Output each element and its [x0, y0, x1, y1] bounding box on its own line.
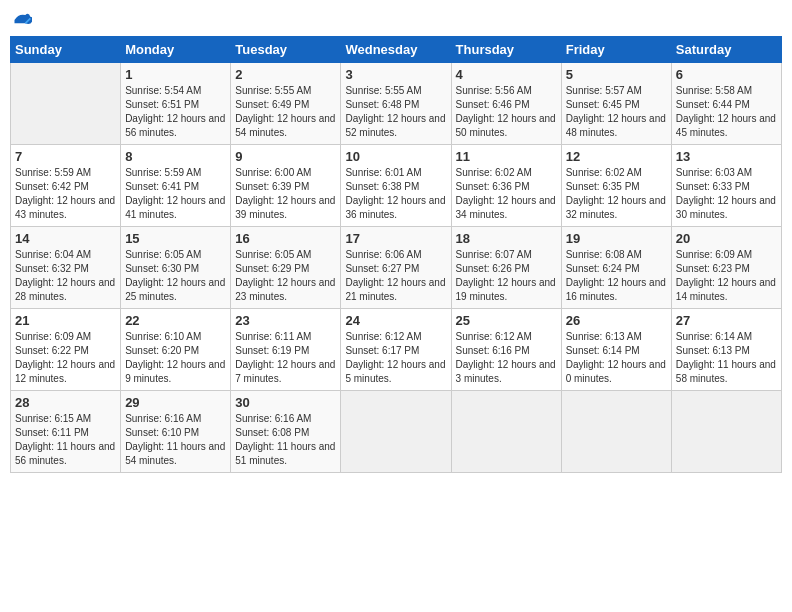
calendar-cell: 13 Sunrise: 6:03 AMSunset: 6:33 PMDaylig… — [671, 145, 781, 227]
day-info: Sunrise: 6:11 AMSunset: 6:19 PMDaylight:… — [235, 330, 336, 386]
calendar-cell: 16 Sunrise: 6:05 AMSunset: 6:29 PMDaylig… — [231, 227, 341, 309]
day-number: 20 — [676, 231, 777, 246]
calendar-cell: 12 Sunrise: 6:02 AMSunset: 6:35 PMDaylig… — [561, 145, 671, 227]
day-number: 24 — [345, 313, 446, 328]
calendar-week-row: 7 Sunrise: 5:59 AMSunset: 6:42 PMDayligh… — [11, 145, 782, 227]
day-number: 13 — [676, 149, 777, 164]
day-info: Sunrise: 6:10 AMSunset: 6:20 PMDaylight:… — [125, 330, 226, 386]
calendar-cell: 18 Sunrise: 6:07 AMSunset: 6:26 PMDaylig… — [451, 227, 561, 309]
calendar-header-wednesday: Wednesday — [341, 37, 451, 63]
day-number: 27 — [676, 313, 777, 328]
day-number: 6 — [676, 67, 777, 82]
day-info: Sunrise: 6:13 AMSunset: 6:14 PMDaylight:… — [566, 330, 667, 386]
day-number: 26 — [566, 313, 667, 328]
page-header — [10, 10, 782, 30]
day-info: Sunrise: 6:16 AMSunset: 6:10 PMDaylight:… — [125, 412, 226, 468]
calendar-cell: 28 Sunrise: 6:15 AMSunset: 6:11 PMDaylig… — [11, 391, 121, 473]
calendar-table: SundayMondayTuesdayWednesdayThursdayFrid… — [10, 36, 782, 473]
day-number: 4 — [456, 67, 557, 82]
day-number: 25 — [456, 313, 557, 328]
day-number: 9 — [235, 149, 336, 164]
day-number: 18 — [456, 231, 557, 246]
day-info: Sunrise: 6:05 AMSunset: 6:30 PMDaylight:… — [125, 248, 226, 304]
day-info: Sunrise: 6:09 AMSunset: 6:23 PMDaylight:… — [676, 248, 777, 304]
day-info: Sunrise: 6:08 AMSunset: 6:24 PMDaylight:… — [566, 248, 667, 304]
logo — [10, 10, 32, 30]
calendar-cell: 9 Sunrise: 6:00 AMSunset: 6:39 PMDayligh… — [231, 145, 341, 227]
calendar-cell: 5 Sunrise: 5:57 AMSunset: 6:45 PMDayligh… — [561, 63, 671, 145]
day-number: 30 — [235, 395, 336, 410]
calendar-cell: 4 Sunrise: 5:56 AMSunset: 6:46 PMDayligh… — [451, 63, 561, 145]
calendar-cell — [341, 391, 451, 473]
calendar-cell: 25 Sunrise: 6:12 AMSunset: 6:16 PMDaylig… — [451, 309, 561, 391]
calendar-cell — [671, 391, 781, 473]
day-number: 16 — [235, 231, 336, 246]
day-info: Sunrise: 5:57 AMSunset: 6:45 PMDaylight:… — [566, 84, 667, 140]
calendar-week-row: 14 Sunrise: 6:04 AMSunset: 6:32 PMDaylig… — [11, 227, 782, 309]
calendar-header-saturday: Saturday — [671, 37, 781, 63]
day-info: Sunrise: 6:01 AMSunset: 6:38 PMDaylight:… — [345, 166, 446, 222]
day-number: 28 — [15, 395, 116, 410]
day-info: Sunrise: 6:04 AMSunset: 6:32 PMDaylight:… — [15, 248, 116, 304]
calendar-cell: 6 Sunrise: 5:58 AMSunset: 6:44 PMDayligh… — [671, 63, 781, 145]
day-number: 1 — [125, 67, 226, 82]
calendar-header-sunday: Sunday — [11, 37, 121, 63]
calendar-header-row: SundayMondayTuesdayWednesdayThursdayFrid… — [11, 37, 782, 63]
day-info: Sunrise: 5:58 AMSunset: 6:44 PMDaylight:… — [676, 84, 777, 140]
day-number: 19 — [566, 231, 667, 246]
day-number: 22 — [125, 313, 226, 328]
day-info: Sunrise: 6:15 AMSunset: 6:11 PMDaylight:… — [15, 412, 116, 468]
day-number: 29 — [125, 395, 226, 410]
day-number: 17 — [345, 231, 446, 246]
calendar-header-tuesday: Tuesday — [231, 37, 341, 63]
calendar-cell — [11, 63, 121, 145]
day-number: 12 — [566, 149, 667, 164]
day-info: Sunrise: 6:12 AMSunset: 6:17 PMDaylight:… — [345, 330, 446, 386]
logo-icon — [12, 10, 32, 30]
calendar-cell: 11 Sunrise: 6:02 AMSunset: 6:36 PMDaylig… — [451, 145, 561, 227]
day-info: Sunrise: 5:56 AMSunset: 6:46 PMDaylight:… — [456, 84, 557, 140]
day-info: Sunrise: 6:00 AMSunset: 6:39 PMDaylight:… — [235, 166, 336, 222]
calendar-cell: 21 Sunrise: 6:09 AMSunset: 6:22 PMDaylig… — [11, 309, 121, 391]
day-info: Sunrise: 5:59 AMSunset: 6:41 PMDaylight:… — [125, 166, 226, 222]
day-info: Sunrise: 6:03 AMSunset: 6:33 PMDaylight:… — [676, 166, 777, 222]
day-info: Sunrise: 6:05 AMSunset: 6:29 PMDaylight:… — [235, 248, 336, 304]
calendar-cell: 1 Sunrise: 5:54 AMSunset: 6:51 PMDayligh… — [121, 63, 231, 145]
calendar-header-friday: Friday — [561, 37, 671, 63]
day-info: Sunrise: 5:59 AMSunset: 6:42 PMDaylight:… — [15, 166, 116, 222]
calendar-header-thursday: Thursday — [451, 37, 561, 63]
calendar-cell: 29 Sunrise: 6:16 AMSunset: 6:10 PMDaylig… — [121, 391, 231, 473]
calendar-cell: 3 Sunrise: 5:55 AMSunset: 6:48 PMDayligh… — [341, 63, 451, 145]
day-info: Sunrise: 6:07 AMSunset: 6:26 PMDaylight:… — [456, 248, 557, 304]
day-info: Sunrise: 5:55 AMSunset: 6:49 PMDaylight:… — [235, 84, 336, 140]
calendar-cell: 27 Sunrise: 6:14 AMSunset: 6:13 PMDaylig… — [671, 309, 781, 391]
day-info: Sunrise: 6:14 AMSunset: 6:13 PMDaylight:… — [676, 330, 777, 386]
day-info: Sunrise: 6:09 AMSunset: 6:22 PMDaylight:… — [15, 330, 116, 386]
calendar-cell: 22 Sunrise: 6:10 AMSunset: 6:20 PMDaylig… — [121, 309, 231, 391]
calendar-cell: 30 Sunrise: 6:16 AMSunset: 6:08 PMDaylig… — [231, 391, 341, 473]
calendar-cell — [561, 391, 671, 473]
calendar-cell: 8 Sunrise: 5:59 AMSunset: 6:41 PMDayligh… — [121, 145, 231, 227]
day-number: 8 — [125, 149, 226, 164]
calendar-header-monday: Monday — [121, 37, 231, 63]
calendar-week-row: 28 Sunrise: 6:15 AMSunset: 6:11 PMDaylig… — [11, 391, 782, 473]
day-number: 11 — [456, 149, 557, 164]
calendar-cell: 10 Sunrise: 6:01 AMSunset: 6:38 PMDaylig… — [341, 145, 451, 227]
day-info: Sunrise: 5:55 AMSunset: 6:48 PMDaylight:… — [345, 84, 446, 140]
day-info: Sunrise: 6:02 AMSunset: 6:35 PMDaylight:… — [566, 166, 667, 222]
calendar-cell: 19 Sunrise: 6:08 AMSunset: 6:24 PMDaylig… — [561, 227, 671, 309]
day-number: 15 — [125, 231, 226, 246]
day-info: Sunrise: 5:54 AMSunset: 6:51 PMDaylight:… — [125, 84, 226, 140]
calendar-cell: 14 Sunrise: 6:04 AMSunset: 6:32 PMDaylig… — [11, 227, 121, 309]
day-info: Sunrise: 6:16 AMSunset: 6:08 PMDaylight:… — [235, 412, 336, 468]
calendar-week-row: 1 Sunrise: 5:54 AMSunset: 6:51 PMDayligh… — [11, 63, 782, 145]
day-number: 23 — [235, 313, 336, 328]
day-number: 7 — [15, 149, 116, 164]
day-number: 5 — [566, 67, 667, 82]
calendar-cell — [451, 391, 561, 473]
calendar-cell: 24 Sunrise: 6:12 AMSunset: 6:17 PMDaylig… — [341, 309, 451, 391]
day-number: 21 — [15, 313, 116, 328]
calendar-cell: 15 Sunrise: 6:05 AMSunset: 6:30 PMDaylig… — [121, 227, 231, 309]
day-info: Sunrise: 6:02 AMSunset: 6:36 PMDaylight:… — [456, 166, 557, 222]
day-info: Sunrise: 6:06 AMSunset: 6:27 PMDaylight:… — [345, 248, 446, 304]
